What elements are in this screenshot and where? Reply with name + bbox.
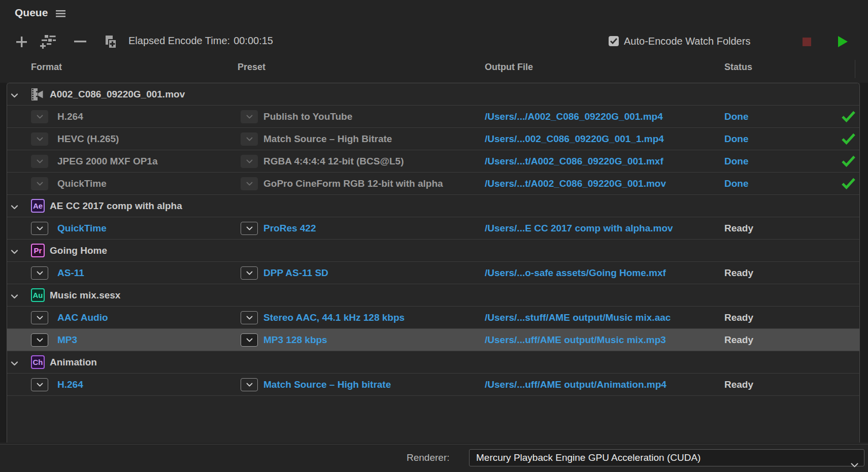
- queue-output-row[interactable]: MP3MP3 128 kbps/Users/...uff/AME output/…: [7, 329, 859, 351]
- format-dropdown: [31, 155, 48, 168]
- format-value: HEVC (H.265): [57, 128, 119, 150]
- preset-value[interactable]: DPP AS-11 SD: [263, 262, 328, 284]
- format-dropdown[interactable]: [31, 311, 48, 324]
- preset-value: RGBA 4:4:4:4 12-bit (BCS@L5): [263, 150, 404, 172]
- queue-source-row[interactable]: PrGoing Home: [7, 240, 859, 262]
- preset-dropdown[interactable]: [241, 266, 258, 280]
- footer-divider: [0, 444, 868, 445]
- status-text: Done: [724, 128, 749, 150]
- elapsed-value: 00:00:15: [233, 35, 273, 46]
- format-value: JPEG 2000 MXF OP1a: [57, 150, 158, 172]
- chevron-down-icon[interactable]: [11, 92, 18, 99]
- format-value[interactable]: MP3: [57, 329, 77, 351]
- queue-output-row[interactable]: H.264Match Source – High bitrate/Users/.…: [7, 374, 859, 396]
- preset-value[interactable]: Match Source – High bitrate: [263, 374, 391, 395]
- queue-output-row[interactable]: H.264Publish to YouTube/Users/.../A002_C…: [7, 106, 859, 128]
- source-name: Going Home: [50, 240, 107, 261]
- renderer-dropdown[interactable]: Mercury Playback Engine GPU Acceleration…: [469, 449, 864, 466]
- format-dropdown[interactable]: [31, 378, 48, 391]
- chevron-down-icon: [851, 456, 858, 472]
- preset-value[interactable]: Stereo AAC, 44.1 kHz 128 kbps: [263, 307, 405, 328]
- renderer-label: Renderer:: [407, 452, 450, 463]
- chevron-down-icon[interactable]: [11, 360, 18, 367]
- format-value[interactable]: AS-11: [57, 262, 84, 284]
- film-clip-icon: [30, 87, 45, 102]
- chevron-down-icon[interactable]: [11, 248, 18, 256]
- pr-app-icon: Pr: [31, 244, 45, 257]
- queue-output-row[interactable]: QuickTimeProRes 422/Users/...E CC 2017 c…: [7, 217, 859, 240]
- preset-value[interactable]: MP3 128 kbps: [263, 329, 327, 351]
- queue-output-row[interactable]: JPEG 2000 MXF OP1aRGBA 4:4:4:4 12-bit (B…: [7, 150, 859, 173]
- ch-app-icon: Ch: [31, 355, 45, 369]
- panel-menu-icon[interactable]: [56, 10, 65, 19]
- output-file-link[interactable]: /Users/...t/A002_C086_09220G_001.mov: [485, 173, 666, 194]
- preset-value: Match Source – High Bitrate: [263, 128, 392, 150]
- output-file-link[interactable]: /Users/.../A002_C086_09220G_001.mp4: [485, 106, 663, 127]
- stop-queue-button[interactable]: [803, 38, 811, 48]
- elapsed-encode-time: Elapsed Encode Time:00:00:15: [128, 35, 273, 47]
- column-header-format: Format: [31, 62, 62, 73]
- chevron-down-icon[interactable]: [11, 293, 18, 300]
- start-queue-button[interactable]: [838, 36, 848, 49]
- au-app-icon: Au: [31, 288, 45, 302]
- add-source-button[interactable]: [16, 37, 27, 49]
- preset-dropdown[interactable]: [241, 333, 258, 347]
- queue-output-row[interactable]: HEVC (H.265)Match Source – High Bitrate/…: [7, 128, 859, 150]
- preset-value[interactable]: ProRes 422: [263, 217, 316, 239]
- queue-list: A002_C086_09220G_001.movH.264Publish to …: [7, 83, 860, 443]
- format-dropdown[interactable]: [31, 266, 48, 280]
- source-name: Animation: [50, 351, 97, 373]
- output-file-link[interactable]: /Users/...uff/AME output/Animation.mp4: [485, 374, 666, 395]
- queue-tab[interactable]: Queue: [15, 7, 48, 19]
- queue-source-row[interactable]: ChAnimation: [7, 351, 859, 374]
- format-value: H.264: [57, 106, 83, 127]
- status-text: Done: [724, 106, 749, 127]
- column-divider: [855, 60, 855, 78]
- format-dropdown[interactable]: [31, 222, 48, 235]
- output-file-link[interactable]: /Users/...t/A002_C086_09220G_001.mxf: [485, 150, 663, 172]
- preset-dropdown: [241, 132, 258, 146]
- queue-output-row[interactable]: QuickTimeGoPro CineForm RGB 12-bit with …: [7, 173, 859, 195]
- queue-source-row[interactable]: A002_C086_09220G_001.mov: [7, 83, 859, 106]
- preset-dropdown[interactable]: [241, 378, 258, 391]
- column-header-preset: Preset: [238, 62, 265, 73]
- source-name: A002_C086_09220G_001.mov: [50, 83, 185, 105]
- format-value[interactable]: AAC Audio: [57, 307, 108, 328]
- output-file-link[interactable]: /Users/...E CC 2017 comp with alpha.mov: [485, 217, 673, 239]
- format-dropdown[interactable]: [31, 333, 48, 347]
- format-dropdown: [31, 132, 48, 146]
- add-preset-button[interactable]: [40, 35, 56, 50]
- status-text: Ready: [724, 217, 753, 239]
- format-dropdown: [31, 177, 48, 190]
- preset-dropdown[interactable]: [241, 311, 258, 324]
- chevron-down-icon[interactable]: [11, 204, 18, 211]
- preset-dropdown[interactable]: [241, 222, 258, 235]
- column-header-status: Status: [724, 62, 752, 73]
- output-file-link[interactable]: /Users/...stuff/AME output/Music mix.aac: [485, 307, 671, 328]
- duplicate-icon[interactable]: [103, 35, 117, 50]
- auto-encode-checkbox[interactable]: [609, 36, 619, 46]
- format-dropdown: [31, 110, 48, 123]
- queue-source-row[interactable]: AuMusic mix.sesx: [7, 284, 859, 307]
- output-file-link[interactable]: /Users/...002_C086_09220G_001_1.mp4: [485, 128, 664, 150]
- queue-source-row[interactable]: AeAE CC 2017 comp with alpha: [7, 195, 859, 217]
- format-value[interactable]: QuickTime: [57, 217, 107, 239]
- preset-value: Publish to YouTube: [263, 106, 352, 127]
- queue-output-row[interactable]: AS-11DPP AS-11 SD/Users/...o-safe assets…: [7, 262, 859, 284]
- preset-dropdown: [241, 155, 258, 168]
- status-text: Done: [724, 173, 749, 194]
- column-header-output-file: Output File: [485, 62, 533, 73]
- scrollbar-gutter[interactable]: [860, 83, 868, 443]
- format-value: QuickTime: [57, 173, 107, 194]
- format-value[interactable]: H.264: [57, 374, 83, 395]
- preset-value: GoPro CineForm RGB 12-bit with alpha: [263, 173, 443, 194]
- status-text: Done: [724, 150, 749, 172]
- output-file-link[interactable]: /Users/...o-safe assets/Going Home.mxf: [485, 262, 666, 284]
- remove-button[interactable]: [74, 37, 86, 44]
- checkmark-icon: [610, 38, 617, 44]
- queue-output-row[interactable]: AAC AudioStereo AAC, 44.1 kHz 128 kbps/U…: [7, 307, 859, 329]
- checkmark-icon: [842, 178, 855, 191]
- output-file-link[interactable]: /Users/...uff/AME output/Music mix.mp3: [485, 329, 666, 351]
- left-gutter: [0, 83, 7, 443]
- checkmark-icon: [842, 111, 855, 124]
